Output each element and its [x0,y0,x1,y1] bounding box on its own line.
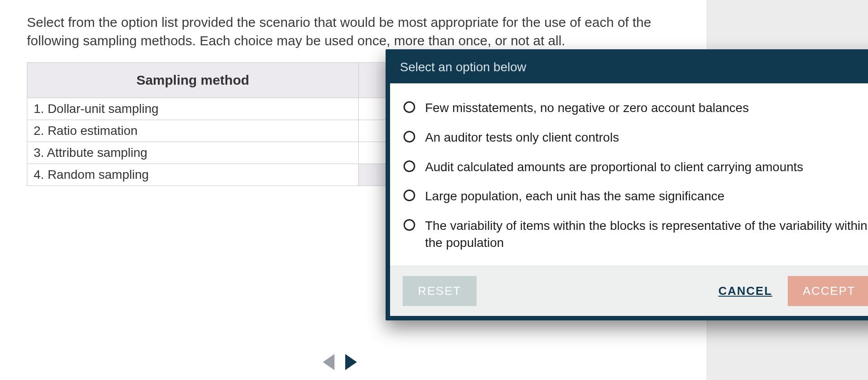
radio-icon [404,101,415,113]
option-modal: Select an option below Few misstatements… [386,49,868,320]
radio-icon [404,190,415,201]
radio-icon [404,160,415,172]
cancel-button[interactable]: CANCEL [714,276,777,306]
option-row[interactable]: The variability of items within the bloc… [404,211,868,258]
table-row-label: 3. Attribute sampling [27,142,359,164]
modal-footer: RESET CANCEL ACCEPT [390,266,868,316]
modal-options: Few misstatements, no negative or zero a… [390,83,868,266]
option-row[interactable]: An auditor tests only client controls [404,123,868,152]
table-row-label: 2. Ratio estimation [27,120,359,142]
option-label: The variability of items within the bloc… [425,217,868,251]
table-row-label: 1. Dollar-unit sampling [27,98,359,120]
radio-icon [404,131,415,142]
option-label: An auditor tests only client controls [425,129,619,146]
accept-button[interactable]: ACCEPT [788,276,868,306]
option-label: Few misstatements, no negative or zero a… [425,99,749,117]
pager [323,354,357,370]
question-instructions: Select from the option list provided the… [27,13,655,50]
table-header-method: Sampling method [27,62,359,98]
next-icon[interactable] [345,354,357,370]
page: Select from the option list provided the… [0,0,868,380]
reset-button[interactable]: RESET [403,276,477,306]
sampling-table: Sampling method 1. Dollar-unit sampling … [27,62,391,186]
table-row-label: 4. Random sampling [27,164,359,186]
option-label: Audit calculated amounts are proportiona… [425,159,803,176]
option-row[interactable]: Large population, each unit has the same… [404,181,868,211]
option-label: Large population, each unit has the same… [425,188,725,205]
modal-title: Select an option below [389,53,868,83]
prev-icon[interactable] [323,354,334,370]
radio-icon [404,219,415,231]
option-row[interactable]: Audit calculated amounts are proportiona… [404,152,868,182]
option-row[interactable]: Few misstatements, no negative or zero a… [404,93,868,123]
